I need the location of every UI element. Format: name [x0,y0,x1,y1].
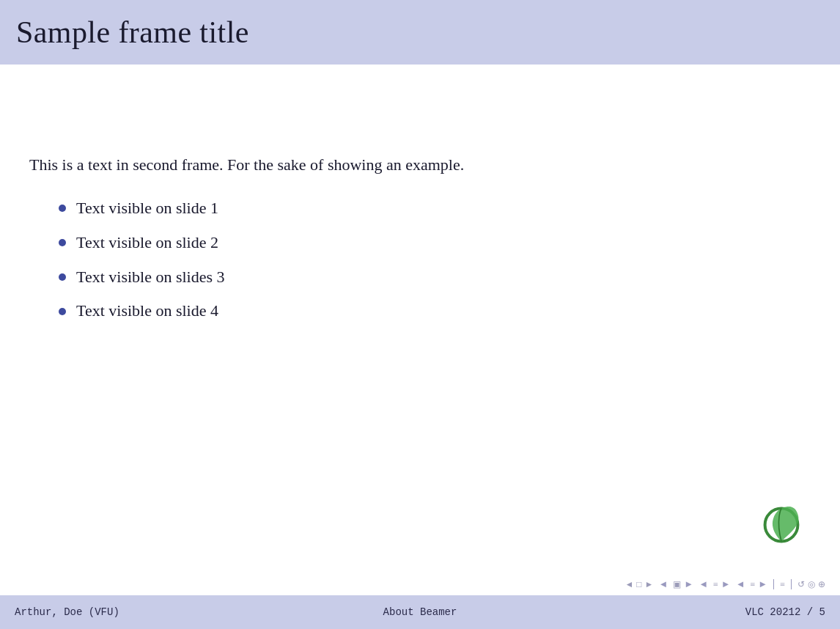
slide-header: Sample frame title [0,0,840,65]
list-item: Text visible on slide 2 [59,232,811,254]
beamer-logo [752,490,811,551]
footer-right: VLC 2021 2 / 5 [745,606,825,618]
slide-footer: Arthur, Doe (VFU) About Beamer VLC 2021 … [0,595,840,629]
list-item: Text visible on slides 3 [59,266,811,289]
bullet-dot [59,239,66,246]
bullet-text: Text visible on slides 3 [76,266,225,289]
bullet-dot [59,308,66,315]
list-item: Text visible on slide 1 [59,197,811,220]
footer-conference: VLC 2021 [745,606,795,618]
bullet-text: Text visible on slide 1 [76,197,218,220]
slide-title: Sample frame title [16,15,249,50]
footer-author: Arthur, Doe (VFU) [15,606,220,618]
bullet-list: Text visible on slide 1 Text visible on … [59,197,811,334]
slide-content: This is a text in second frame. For the … [0,65,840,595]
bullet-text: Text visible on slide 2 [76,232,218,254]
footer-page: 2 / 5 [795,606,825,618]
bullet-dot [59,205,66,212]
bullet-text: Text visible on slide 4 [76,300,218,323]
list-item: Text visible on slide 4 [59,300,811,323]
footer-title: About Beamer [383,606,457,618]
bullet-dot [59,273,66,281]
intro-text: This is a text in second frame. For the … [29,152,811,177]
